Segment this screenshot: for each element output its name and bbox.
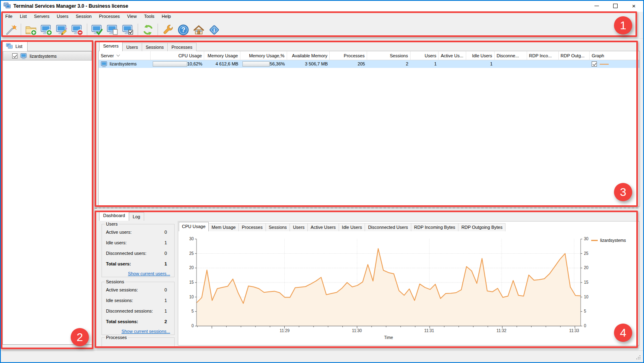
settings-wrench-icon — [162, 24, 174, 36]
menu-help[interactable]: Help — [158, 12, 175, 21]
idle-users-label: Idle users: — [106, 240, 127, 246]
column-header-memory-usage[interactable]: Memory Usage — [204, 51, 240, 60]
chart-tab-disconnected-users[interactable]: Disconnected Users — [365, 223, 411, 231]
settings-wrench-button[interactable] — [160, 22, 175, 37]
chart-legend: lizardsystems — [591, 238, 626, 243]
chart-tab-active-users[interactable]: Active Users — [307, 223, 339, 231]
uncheck-computers-icon — [107, 24, 119, 36]
invert-check-computers-button[interactable] — [120, 22, 136, 37]
svg-text:i: i — [213, 26, 215, 33]
column-header-memory-usage-[interactable]: Memory Usage,% — [240, 51, 287, 60]
y-axis-tick-label: 30 — [182, 237, 194, 241]
about-info-button[interactable]: i — [206, 22, 222, 37]
column-header-graph[interactable]: Graph — [590, 51, 640, 60]
menu-servers[interactable]: Servers — [30, 12, 53, 21]
sessions-group: Sessions Active sessions:0 Idle sessions… — [102, 282, 175, 335]
chart-tab-cpu-usage[interactable]: CPU Usage — [179, 222, 209, 231]
toolbar-separator — [158, 24, 158, 36]
chart-tab-users[interactable]: Users — [290, 223, 308, 231]
chart-tab-idle-users[interactable]: Idle Users — [339, 223, 365, 231]
minimize-button[interactable] — [587, 0, 606, 12]
graph-checkbox[interactable] — [592, 61, 597, 67]
chart-tab-rdp-incoming-bytes[interactable]: RDP Incoming Bytes — [411, 223, 458, 231]
column-header-idle-users[interactable]: Idle Users — [466, 51, 495, 60]
tab-dashboard[interactable]: Dashboard — [99, 211, 129, 221]
column-header-server[interactable]: Server — [99, 51, 151, 60]
chart-tab-rdp-outgoing-bytes[interactable]: RDP Outgoing Bytes — [458, 223, 506, 231]
menu-processes[interactable]: Processes — [95, 12, 123, 21]
menu-list[interactable]: List — [16, 12, 30, 21]
refresh-button[interactable] — [140, 22, 156, 37]
remove-computer-button[interactable] — [69, 22, 85, 37]
y-axis-tick-label: 0 — [182, 324, 194, 328]
processes-group: Processes — [102, 337, 175, 347]
tab-list-label: List — [15, 44, 22, 49]
list-item-lizardsystems[interactable]: lizardsystems — [3, 51, 92, 61]
y-axis-tick-label-right: 10 — [584, 295, 596, 299]
menu-view[interactable]: View — [123, 12, 140, 21]
y-axis-tick-label-right: 0 — [584, 324, 596, 328]
tab-users[interactable]: Users — [122, 43, 142, 51]
disconnected-sessions-value: 1 — [164, 309, 167, 314]
column-header-active-us-[interactable]: Active Us... — [439, 51, 466, 60]
idle-sessions-value: 1 — [164, 298, 167, 303]
tab-list[interactable]: List — [2, 41, 28, 51]
help-button[interactable]: ? — [175, 22, 191, 37]
column-header-sessions[interactable]: Sessions — [367, 51, 411, 60]
column-header-available-memory[interactable]: Available Memory — [287, 51, 330, 60]
uncheck-computers-button[interactable] — [105, 22, 120, 37]
app-icon — [4, 2, 11, 9]
resize-grip[interactable] — [635, 354, 640, 359]
add-computer-button[interactable] — [39, 22, 54, 37]
close-button[interactable]: × — [625, 0, 643, 12]
add-group-folder-button[interactable] — [23, 22, 39, 37]
menu-tools[interactable]: Tools — [140, 12, 158, 21]
show-current-sessions-link[interactable]: Show current sessions... — [121, 329, 170, 334]
check-all-computers-icon — [91, 24, 103, 36]
total-users-value: 1 — [164, 261, 167, 267]
column-header-rdp-outg-[interactable]: RDP Outg... — [559, 51, 590, 60]
svg-text:?: ? — [181, 26, 185, 33]
cell-graph — [590, 60, 640, 68]
refresh-icon — [142, 24, 154, 36]
main-tabstrip: ServersUsersSessionsProcesses — [99, 41, 196, 51]
chart-tab-processes[interactable]: Processes — [238, 223, 266, 231]
computer-icon — [101, 61, 107, 67]
table-row[interactable]: lizardsystems10,62%4 612,6 MB56,36%3 506… — [99, 60, 640, 68]
active-users-value: 0 — [164, 230, 167, 235]
home-button[interactable] — [191, 22, 206, 37]
graph-line-icon — [600, 64, 609, 65]
column-header-processes[interactable]: Processes — [330, 51, 367, 60]
menu-users[interactable]: Users — [53, 12, 72, 21]
invert-check-computers-icon — [122, 24, 134, 36]
active-sessions-label: Active sessions: — [106, 287, 138, 293]
tab-servers[interactable]: Servers — [99, 41, 123, 51]
x-axis-tick-label: 11:31 — [419, 328, 439, 333]
chart-plot — [194, 239, 583, 329]
menu-file[interactable]: File — [2, 12, 16, 21]
cell-sessions: 2 — [367, 60, 411, 68]
server-checkbox[interactable] — [12, 53, 17, 59]
idle-users-value: 1 — [164, 240, 167, 246]
wizard-wand-button[interactable] — [3, 22, 19, 37]
x-axis-tick-label: 11:30 — [347, 328, 367, 333]
chart-tab-sessions[interactable]: Sessions — [266, 223, 290, 231]
maximize-button[interactable] — [606, 0, 625, 12]
edit-computer-button[interactable] — [54, 22, 69, 37]
column-header-rdp-inco-[interactable]: RDP Inco... — [527, 51, 559, 60]
column-header-disconne-[interactable]: Disconne... — [495, 51, 527, 60]
home-icon — [193, 24, 205, 36]
vertical-splitter[interactable] — [94, 39, 97, 350]
column-header-users[interactable]: Users — [411, 51, 439, 60]
check-all-computers-button[interactable] — [89, 22, 105, 37]
tab-processes[interactable]: Processes — [167, 43, 196, 51]
cell-rdp-outg- — [559, 60, 590, 68]
show-current-users-link[interactable]: Show current users... — [128, 271, 170, 276]
y-axis-tick-label: 5 — [182, 309, 194, 313]
help-icon: ? — [177, 24, 189, 36]
menu-session[interactable]: Session — [72, 12, 95, 21]
tab-log[interactable]: Log — [129, 212, 144, 221]
chart-tab-mem-usage[interactable]: Mem Usage — [208, 223, 239, 231]
column-header-cpu-usage[interactable]: CPU Usage — [151, 51, 205, 60]
tab-sessions[interactable]: Sessions — [142, 43, 168, 51]
